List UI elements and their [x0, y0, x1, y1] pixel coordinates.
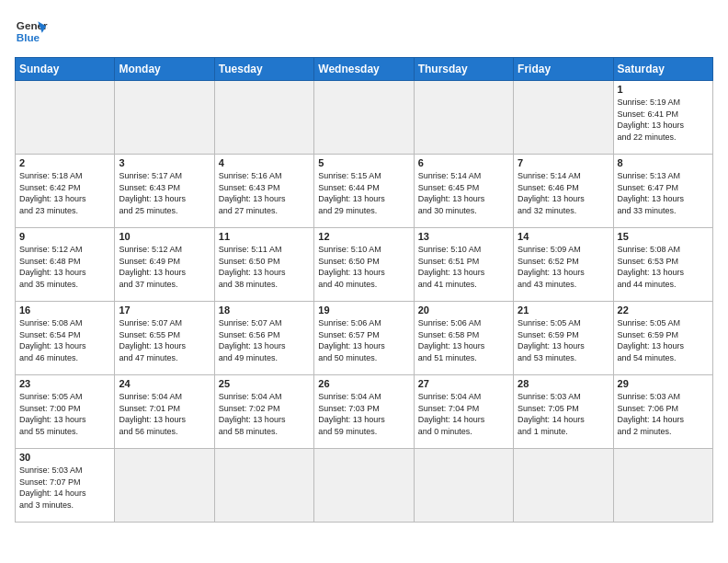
- calendar-cell: [314, 81, 414, 155]
- calendar-cell: 20Sunrise: 5:06 AM Sunset: 6:58 PM Dayli…: [414, 302, 513, 375]
- calendar-cell: 18Sunrise: 5:07 AM Sunset: 6:56 PM Dayli…: [214, 302, 313, 375]
- day-info: Sunrise: 5:05 AM Sunset: 7:00 PM Dayligh…: [19, 391, 110, 437]
- calendar-cell: [16, 81, 115, 155]
- day-info: Sunrise: 5:04 AM Sunset: 7:01 PM Dayligh…: [119, 391, 210, 437]
- calendar-cell: [115, 449, 214, 523]
- day-info: Sunrise: 5:06 AM Sunset: 6:57 PM Dayligh…: [318, 317, 409, 363]
- day-number: 28: [518, 378, 609, 389]
- calendar-cell: 16Sunrise: 5:08 AM Sunset: 6:54 PM Dayli…: [16, 302, 115, 375]
- calendar-header-row: SundayMondayTuesdayWednesdayThursdayFrid…: [16, 58, 713, 81]
- day-info: Sunrise: 5:06 AM Sunset: 6:58 PM Dayligh…: [418, 317, 509, 363]
- day-info: Sunrise: 5:08 AM Sunset: 6:54 PM Dayligh…: [19, 317, 110, 363]
- calendar-cell: [414, 81, 513, 155]
- day-number: 9: [19, 231, 110, 242]
- day-info: Sunrise: 5:03 AM Sunset: 7:07 PM Dayligh…: [19, 465, 110, 511]
- calendar-cell: 19Sunrise: 5:06 AM Sunset: 6:57 PM Dayli…: [314, 302, 414, 375]
- day-number: 30: [19, 452, 110, 463]
- calendar-week-row: 2Sunrise: 5:18 AM Sunset: 6:42 PM Daylig…: [16, 155, 713, 228]
- calendar-cell: 28Sunrise: 5:03 AM Sunset: 7:05 PM Dayli…: [514, 375, 613, 449]
- day-number: 3: [119, 157, 210, 168]
- calendar-cell: [514, 449, 613, 523]
- day-info: Sunrise: 5:18 AM Sunset: 6:42 PM Dayligh…: [19, 170, 110, 216]
- header-monday: Monday: [115, 58, 214, 81]
- calendar-week-row: 9Sunrise: 5:12 AM Sunset: 6:48 PM Daylig…: [16, 228, 713, 302]
- calendar-cell: [613, 449, 712, 523]
- calendar-week-row: 30Sunrise: 5:03 AM Sunset: 7:07 PM Dayli…: [16, 449, 713, 523]
- calendar-cell: 25Sunrise: 5:04 AM Sunset: 7:02 PM Dayli…: [214, 375, 313, 449]
- calendar-cell: 21Sunrise: 5:05 AM Sunset: 6:59 PM Dayli…: [514, 302, 613, 375]
- calendar-cell: 11Sunrise: 5:11 AM Sunset: 6:50 PM Dayli…: [214, 228, 313, 302]
- calendar-cell: [314, 449, 414, 523]
- day-number: 21: [518, 304, 609, 316]
- calendar-cell: 2Sunrise: 5:18 AM Sunset: 6:42 PM Daylig…: [16, 155, 115, 228]
- day-info: Sunrise: 5:12 AM Sunset: 6:48 PM Dayligh…: [19, 244, 110, 290]
- calendar-cell: 15Sunrise: 5:08 AM Sunset: 6:53 PM Dayli…: [613, 228, 712, 302]
- day-number: 18: [219, 304, 310, 316]
- day-number: 5: [318, 157, 409, 168]
- day-number: 26: [318, 378, 409, 389]
- day-info: Sunrise: 5:15 AM Sunset: 6:44 PM Dayligh…: [318, 170, 409, 216]
- calendar-cell: 14Sunrise: 5:09 AM Sunset: 6:52 PM Dayli…: [514, 228, 613, 302]
- day-number: 10: [119, 231, 210, 242]
- day-info: Sunrise: 5:04 AM Sunset: 7:04 PM Dayligh…: [418, 391, 509, 437]
- calendar-cell: [214, 449, 313, 523]
- logo: General Blue: [15, 15, 48, 48]
- day-info: Sunrise: 5:04 AM Sunset: 7:02 PM Dayligh…: [219, 391, 310, 437]
- calendar-cell: 22Sunrise: 5:05 AM Sunset: 6:59 PM Dayli…: [613, 302, 712, 375]
- day-info: Sunrise: 5:03 AM Sunset: 7:06 PM Dayligh…: [618, 391, 709, 437]
- calendar-cell: 29Sunrise: 5:03 AM Sunset: 7:06 PM Dayli…: [613, 375, 712, 449]
- day-number: 17: [119, 304, 210, 316]
- day-number: 12: [318, 231, 409, 242]
- day-number: 22: [618, 304, 709, 316]
- day-info: Sunrise: 5:14 AM Sunset: 6:46 PM Dayligh…: [518, 170, 609, 216]
- day-info: Sunrise: 5:11 AM Sunset: 6:50 PM Dayligh…: [219, 244, 310, 290]
- day-info: Sunrise: 5:05 AM Sunset: 6:59 PM Dayligh…: [618, 317, 709, 363]
- header-tuesday: Tuesday: [214, 58, 313, 81]
- header-friday: Friday: [514, 58, 613, 81]
- day-number: 14: [518, 231, 609, 242]
- day-number: 24: [119, 378, 210, 389]
- day-number: 1: [618, 84, 709, 95]
- calendar-cell: 5Sunrise: 5:15 AM Sunset: 6:44 PM Daylig…: [314, 155, 414, 228]
- calendar-cell: [115, 81, 214, 155]
- day-number: 29: [618, 378, 709, 389]
- header: General Blue: [15, 15, 713, 48]
- day-info: Sunrise: 5:09 AM Sunset: 6:52 PM Dayligh…: [518, 244, 609, 290]
- day-number: 4: [219, 157, 310, 168]
- day-number: 15: [618, 231, 709, 242]
- day-info: Sunrise: 5:07 AM Sunset: 6:56 PM Dayligh…: [219, 317, 310, 363]
- header-saturday: Saturday: [613, 58, 712, 81]
- calendar-week-row: 1Sunrise: 5:19 AM Sunset: 6:41 PM Daylig…: [16, 81, 713, 155]
- calendar-cell: 10Sunrise: 5:12 AM Sunset: 6:49 PM Dayli…: [115, 228, 214, 302]
- day-info: Sunrise: 5:19 AM Sunset: 6:41 PM Dayligh…: [618, 97, 709, 143]
- day-number: 25: [219, 378, 310, 389]
- day-number: 20: [418, 304, 509, 316]
- day-info: Sunrise: 5:17 AM Sunset: 6:43 PM Dayligh…: [119, 170, 210, 216]
- day-number: 23: [19, 378, 110, 389]
- day-info: Sunrise: 5:14 AM Sunset: 6:45 PM Dayligh…: [418, 170, 509, 216]
- day-number: 19: [318, 304, 409, 316]
- calendar-cell: 1Sunrise: 5:19 AM Sunset: 6:41 PM Daylig…: [613, 81, 712, 155]
- day-info: Sunrise: 5:07 AM Sunset: 6:55 PM Dayligh…: [119, 317, 210, 363]
- calendar-cell: [514, 81, 613, 155]
- day-number: 7: [518, 157, 609, 168]
- day-info: Sunrise: 5:12 AM Sunset: 6:49 PM Dayligh…: [119, 244, 210, 290]
- calendar-cell: [214, 81, 313, 155]
- svg-text:Blue: Blue: [17, 31, 40, 43]
- logo-icon: General Blue: [15, 15, 48, 48]
- day-info: Sunrise: 5:08 AM Sunset: 6:53 PM Dayligh…: [618, 244, 709, 290]
- header-wednesday: Wednesday: [314, 58, 414, 81]
- calendar-cell: 26Sunrise: 5:04 AM Sunset: 7:03 PM Dayli…: [314, 375, 414, 449]
- day-info: Sunrise: 5:04 AM Sunset: 7:03 PM Dayligh…: [318, 391, 409, 437]
- day-info: Sunrise: 5:10 AM Sunset: 6:50 PM Dayligh…: [318, 244, 409, 290]
- calendar-cell: 27Sunrise: 5:04 AM Sunset: 7:04 PM Dayli…: [414, 375, 513, 449]
- day-number: 8: [618, 157, 709, 168]
- calendar-cell: 6Sunrise: 5:14 AM Sunset: 6:45 PM Daylig…: [414, 155, 513, 228]
- calendar-cell: 3Sunrise: 5:17 AM Sunset: 6:43 PM Daylig…: [115, 155, 214, 228]
- day-info: Sunrise: 5:16 AM Sunset: 6:43 PM Dayligh…: [219, 170, 310, 216]
- day-info: Sunrise: 5:03 AM Sunset: 7:05 PM Dayligh…: [518, 391, 609, 437]
- calendar-cell: 13Sunrise: 5:10 AM Sunset: 6:51 PM Dayli…: [414, 228, 513, 302]
- day-info: Sunrise: 5:05 AM Sunset: 6:59 PM Dayligh…: [518, 317, 609, 363]
- calendar-cell: 7Sunrise: 5:14 AM Sunset: 6:46 PM Daylig…: [514, 155, 613, 228]
- day-number: 11: [219, 231, 310, 242]
